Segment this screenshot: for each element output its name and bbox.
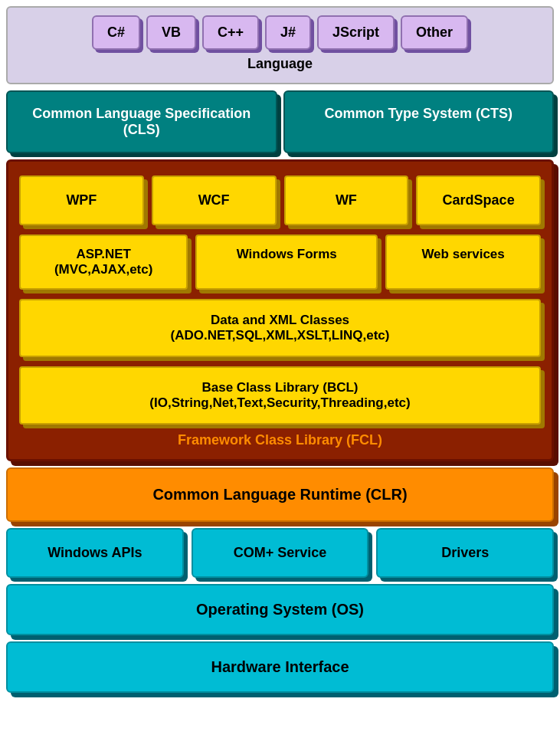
dataxml-line2: (ADO.NET,SQL,XML,XSLT,LINQ,etc)	[171, 328, 390, 343]
wf-block: WF	[284, 175, 409, 225]
fcl-row3: Data and XML Classes (ADO.NET,SQL,XML,XS…	[19, 299, 541, 357]
com-service-block: COM+ Service	[192, 528, 369, 578]
bcl-line1: Base Class Library (BCL)	[201, 380, 358, 395]
cardspace-block: CardSpace	[416, 175, 541, 225]
winforms-block: Windows Forms	[195, 235, 378, 290]
dataxml-line1: Data and XML Classes	[211, 313, 349, 327]
bcl-line2: (IO,String,Net,Text,Security,Threading,e…	[149, 395, 410, 410]
language-label: Language	[15, 56, 545, 72]
cls-cts-row: Common Language Specification (CLS) Comm…	[6, 90, 554, 153]
clr-box: Common Language Runtime (CLR)	[6, 467, 554, 522]
lang-chip-jsharp: J#	[265, 15, 311, 50]
lang-chip-cpp: C++	[202, 15, 259, 50]
fcl-row2: ASP.NET (MVC,AJAX,etc) Windows Forms Web…	[19, 235, 541, 290]
fcl-outer: WPF WCF WF CardSpace ASP.NET (MVC,AJAX,e…	[6, 159, 554, 461]
cls-box: Common Language Specification (CLS)	[6, 90, 277, 153]
aspnet-block: ASP.NET (MVC,AJAX,etc)	[19, 235, 188, 290]
aspnet-line2: (MVC,AJAX,etc)	[54, 262, 152, 277]
bcl-block: Base Class Library (BCL) (IO,String,Net,…	[19, 366, 541, 425]
hw-box: Hardware Interface	[6, 641, 554, 693]
os-apis-row: Windows APIs COM+ Service Drivers	[6, 528, 554, 578]
language-section: C# VB C++ J# JScript Other Language	[6, 6, 554, 84]
os-box: Operating System (OS)	[6, 584, 554, 635]
cts-box: Common Type System (CTS)	[283, 90, 555, 153]
wcf-block: WCF	[152, 175, 277, 225]
wpf-block: WPF	[19, 175, 144, 225]
lang-chip-csharp: C#	[92, 15, 140, 50]
fcl-row1: WPF WCF WF CardSpace	[19, 175, 541, 225]
lang-chip-other: Other	[401, 15, 468, 50]
webservices-block: Web services	[385, 235, 541, 290]
fcl-label: Framework Class Library (FCL)	[19, 432, 541, 448]
windows-apis-block: Windows APIs	[6, 528, 184, 578]
lang-chip-jscript: JScript	[317, 15, 395, 50]
fcl-row4: Base Class Library (BCL) (IO,String,Net,…	[19, 366, 541, 425]
drivers-block: Drivers	[376, 528, 554, 578]
aspnet-line1: ASP.NET	[76, 247, 131, 261]
lang-chip-vb: VB	[146, 15, 196, 50]
dataxml-block: Data and XML Classes (ADO.NET,SQL,XML,XS…	[19, 299, 541, 357]
language-chips: C# VB C++ J# JScript Other	[15, 15, 545, 50]
